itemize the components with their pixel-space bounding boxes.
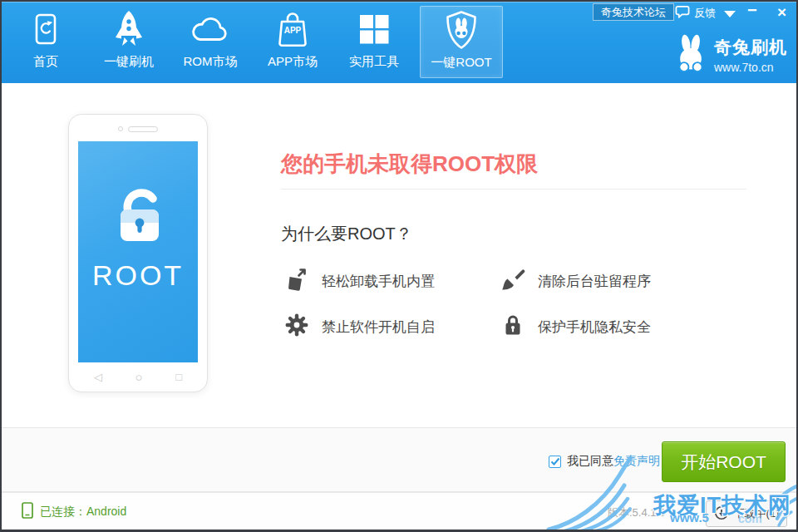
feature-label: 禁止软件开机自启 bbox=[322, 318, 435, 337]
feedback-label: 反馈 bbox=[694, 6, 716, 21]
download-button[interactable]: 下载中(1) bbox=[706, 500, 787, 527]
rabbit-logo-icon bbox=[675, 33, 707, 76]
nav-label: 实用工具 bbox=[332, 54, 416, 70]
app-window: 首页 一键刷机 ROM市场 bbox=[0, 0, 798, 532]
shield-rabbit-icon bbox=[421, 7, 502, 53]
gear-icon bbox=[284, 313, 309, 341]
phone-recent-icon: □ bbox=[175, 371, 182, 384]
phone-screen-root-text: ROOT bbox=[78, 259, 198, 292]
connection-status: 已连接：Android bbox=[22, 502, 126, 521]
page-title: 您的手机未取得ROOT权限 bbox=[281, 150, 538, 179]
agree-row: 我已同意 免责声明 bbox=[549, 454, 660, 469]
feature-clean: 清除后台驻留程序 bbox=[500, 268, 651, 294]
header: 首页 一键刷机 ROM市场 bbox=[0, 0, 798, 83]
check-icon bbox=[550, 457, 560, 466]
title-divider bbox=[281, 189, 746, 190]
disclaimer-link[interactable]: 免责声明 bbox=[613, 454, 660, 469]
phone-screen: ROOT bbox=[78, 141, 198, 362]
feature-label: 轻松卸载手机内置 bbox=[322, 272, 435, 291]
speech-bubble-icon bbox=[675, 5, 690, 22]
agree-text: 我已同意 bbox=[567, 454, 613, 469]
brand-name: 奇兔刷机 bbox=[714, 36, 787, 59]
connected-phone-icon bbox=[22, 502, 33, 521]
forum-button[interactable]: 奇兔技术论坛 bbox=[593, 3, 674, 21]
brush-icon bbox=[500, 267, 525, 295]
minimize-button[interactable]: − bbox=[742, 0, 762, 22]
app-bag-icon: APP bbox=[251, 6, 334, 52]
feature-label: 清除后台驻留程序 bbox=[538, 272, 651, 291]
rocket-icon bbox=[87, 6, 170, 52]
feedback-button[interactable]: 反馈 bbox=[675, 5, 716, 22]
brand-url: www.7to.cn bbox=[714, 61, 787, 74]
feature-uninstall: 轻松卸载手机内置 bbox=[284, 268, 435, 294]
phone-home-icon: ○ bbox=[135, 371, 143, 384]
nav-label: ROM市场 bbox=[169, 54, 252, 70]
phone-illustration: ROOT ◁ ○ □ bbox=[68, 114, 208, 392]
feature-label: 保护手机隐私安全 bbox=[538, 318, 651, 337]
app-bag-icon-text: APP bbox=[284, 26, 302, 35]
version-text: 版本:5.4.1.0 bbox=[608, 505, 665, 520]
nav-tab-tools[interactable]: 实用工具 bbox=[332, 6, 416, 78]
home-refresh-icon bbox=[4, 6, 87, 52]
unlock-padlock-icon bbox=[98, 173, 181, 252]
download-icon bbox=[714, 505, 729, 523]
nav-tab-home[interactable]: 首页 bbox=[4, 6, 87, 78]
cloud-icon bbox=[169, 6, 252, 52]
nav-label: 首页 bbox=[4, 54, 87, 70]
grid-icon bbox=[332, 6, 416, 52]
nav-tab-rom-market[interactable]: ROM市场 bbox=[169, 6, 252, 78]
uninstall-icon bbox=[284, 267, 309, 295]
brand-logo: 奇兔刷机 www.7to.cn bbox=[675, 33, 787, 76]
nav-label: 一键刷机 bbox=[87, 54, 170, 70]
phone-camera-dot bbox=[118, 126, 123, 131]
connection-text: 已连接：Android bbox=[40, 505, 126, 520]
nav-tab-app-market[interactable]: APP APP市场 bbox=[251, 6, 334, 78]
agree-checkbox[interactable] bbox=[549, 456, 561, 468]
download-label: 下载中(1) bbox=[734, 506, 780, 521]
feature-privacy: 保护手机隐私安全 bbox=[500, 313, 651, 340]
dropdown-caret-icon[interactable] bbox=[724, 11, 736, 17]
lock-icon bbox=[500, 313, 525, 341]
nav-tab-root[interactable]: 一键ROOT bbox=[420, 6, 503, 78]
phone-speaker-slot bbox=[128, 126, 158, 132]
phone-back-icon: ◁ bbox=[94, 371, 102, 384]
nav-label: 一键ROOT bbox=[421, 55, 502, 71]
why-root-heading: 为什么要ROOT？ bbox=[281, 223, 412, 245]
start-root-button[interactable]: 开始ROOT bbox=[662, 441, 786, 482]
close-button[interactable]: × bbox=[772, 2, 791, 23]
nav-label: APP市场 bbox=[251, 54, 334, 70]
nav-tab-flash[interactable]: 一键刷机 bbox=[87, 6, 170, 78]
phone-nav-buttons: ◁ ○ □ bbox=[69, 371, 207, 384]
feature-autostart: 禁止软件开机自启 bbox=[284, 313, 435, 340]
